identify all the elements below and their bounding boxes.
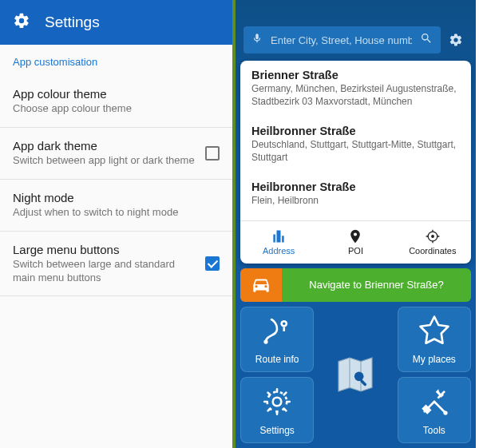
setting-large-buttons[interactable]: Large menu buttons Switch between large … (0, 232, 232, 297)
setting-title: App colour theme (13, 87, 220, 101)
navigate-button[interactable]: Navigate to Brienner Straße? (282, 268, 471, 302)
tile-label: Tools (423, 425, 445, 436)
tab-label: Address (263, 246, 295, 256)
tab-coordinates[interactable]: Coordinates (394, 221, 471, 264)
car-icon (240, 268, 282, 302)
search-input[interactable] (271, 34, 412, 46)
search-row (240, 24, 471, 56)
settings-title: Settings (45, 14, 100, 31)
result-title: Heilbronner Straße (251, 180, 460, 193)
setting-title: App dark theme (13, 139, 196, 153)
result-title: Heilbronner Straße (251, 125, 460, 137)
tab-poi[interactable]: POI (317, 221, 394, 264)
mic-icon[interactable] (251, 33, 263, 47)
result-sub: Deutschland, Stuttgart, Stuttgart-Mitte,… (251, 139, 460, 164)
tile-settings[interactable]: Settings (240, 377, 314, 443)
tab-label: Coordinates (409, 246, 456, 256)
tile-label: My places (413, 354, 456, 365)
tile-tools[interactable]: Tools (398, 377, 471, 443)
svg-point-13 (443, 410, 447, 414)
search-icon[interactable] (420, 32, 433, 48)
setting-sub: Switch between large and standard main m… (13, 258, 196, 285)
search-input-wrap[interactable] (243, 26, 441, 54)
svg-point-8 (264, 340, 268, 344)
map-icon (319, 352, 392, 397)
tab-address[interactable]: Address (240, 221, 317, 264)
tile-my-places[interactable]: My places (398, 307, 471, 373)
navigate-label: Navigate to Brienner Straße? (309, 279, 443, 291)
checkbox-unchecked[interactable] (205, 146, 220, 161)
result-item[interactable]: Brienner Straße Germany, München, Bezirk… (240, 61, 471, 116)
results-card: Brienner Straße Germany, München, Bezirk… (240, 61, 471, 264)
setting-dark-theme[interactable]: App dark theme Switch between app light … (0, 128, 232, 180)
setting-colour-theme[interactable]: App colour theme Choose app colour theme (0, 76, 232, 128)
svg-point-7 (283, 323, 286, 326)
tile-route-info[interactable]: Route info (240, 307, 314, 373)
svg-point-9 (354, 372, 364, 382)
result-item[interactable]: Heilbronner Straße Deutschland, Stuttgar… (240, 116, 471, 172)
setting-sub: Choose app colour theme (13, 102, 220, 116)
result-tabs: Address POI Coordinates (240, 220, 471, 264)
navigate-bar[interactable]: Navigate to Brienner Straße? (240, 268, 471, 302)
settings-gear-button[interactable] (444, 28, 468, 52)
gear-icon (13, 12, 30, 33)
status-bar (240, 0, 471, 24)
section-header: App customisation (0, 45, 232, 76)
setting-night-mode[interactable]: Night mode Adjust when to switch to nigh… (0, 180, 232, 232)
checkbox-checked[interactable] (205, 256, 220, 271)
map-panel: Brienner Straße Germany, München, Bezirk… (236, 0, 476, 448)
settings-panel: Settings App customisation App colour th… (0, 0, 236, 448)
settings-header: Settings (0, 0, 232, 45)
tile-grid: Route info My places Settings Tools (240, 307, 471, 448)
result-sub: Flein, Heilbronn (251, 195, 460, 208)
setting-sub: Switch between app light or dark theme (13, 154, 196, 168)
tile-label: Route info (255, 354, 299, 365)
setting-title: Night mode (13, 191, 220, 204)
tab-label: POI (348, 246, 363, 256)
setting-title: Large menu buttons (13, 243, 196, 256)
result-title: Brienner Straße (251, 69, 460, 81)
result-sub: Germany, München, Bezirksteil Augustenst… (251, 83, 460, 108)
svg-point-1 (432, 236, 434, 238)
svg-point-11 (273, 397, 282, 406)
tile-label: Settings (259, 425, 294, 436)
result-item[interactable]: Heilbronner Straße Flein, Heilbronn (240, 172, 471, 216)
setting-sub: Adjust when to switch to night mode (13, 206, 220, 220)
